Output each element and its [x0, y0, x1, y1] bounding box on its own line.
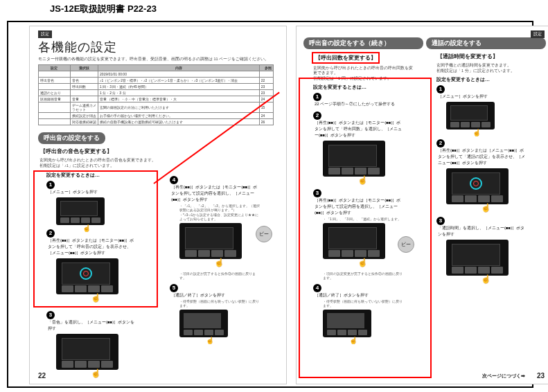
- subsection-bracket: 【呼出音の音色を変更する】: [38, 147, 114, 156]
- device-illustration: ☝: [446, 168, 509, 204]
- td: [39, 84, 71, 90]
- step-number-icon: 1: [436, 85, 445, 93]
- page-number: 23: [537, 372, 545, 380]
- note-text: ・「♪1」、「♪2」、「♪3」から選択します。（選択状態にある設定項目が鳴ります…: [179, 204, 260, 212]
- subsection-bracket: 【通話時間を変更する】: [435, 52, 500, 61]
- step-number-icon: 2: [313, 112, 321, 120]
- speaker-ring-icon: [470, 177, 482, 190]
- td: デーム連携カメラセット: [70, 103, 98, 113]
- step-text: 「音色」を選択し、［メニュー(■■)］ボタンを押す: [48, 319, 138, 332]
- step-number-icon: 4: [170, 176, 178, 184]
- step-number-icon: 1: [46, 181, 55, 189]
- td: お子様の手の届かない場所でご利用ください。: [98, 113, 260, 119]
- page-subheading: モニター付親機の各機能の設定を変更できます。呼出音量、受話音量、画面の明るさの調…: [38, 57, 278, 62]
- td: ♪1（ピンポン2音・標準）・♪2（ピンポーン1音・柔らか）・♪3（ピンポン3連打…: [98, 78, 260, 84]
- steps-title: 設定を変更するときは…: [313, 84, 413, 91]
- step-4: 4 ［再生(■■)］ボタンまたは［モニター(■■)］ボタンを押して設定内容を選択…: [170, 176, 269, 280]
- device-illustration: ☝: [323, 223, 385, 259]
- th: 内容: [98, 65, 260, 71]
- step-number-icon: 4: [313, 284, 321, 292]
- subsection-bracket-highlighted: 【呼出回数を変更する】: [312, 52, 380, 64]
- step-text: ［再生(■■)］ボタンまたは［モニター(■■)］ボタンを押して「呼出回数」を選択…: [315, 120, 405, 139]
- step-1: 1 ［メニュー］ボタンを押す ☝: [436, 85, 536, 130]
- device-illustration: ☝: [323, 141, 385, 177]
- td: 対応後接続確認: [70, 119, 98, 125]
- step-number-icon: 1: [313, 93, 321, 101]
- page-22: 設定 各機能の設定 モニター付親機の各機能の設定を変更できます。呼出音量、受話音…: [29, 26, 287, 384]
- td: [39, 103, 71, 113]
- desc-text: 初期設定は「1 分」に設定されています。: [436, 69, 536, 73]
- step-1: 1 ［メニュー］ボタンを押す ☝: [46, 181, 146, 225]
- td: 通話のとおり: [39, 90, 71, 96]
- page-spread-frame: 設定 各機能の設定 モニター付親機の各機能の設定を変更できます。呼出音量、受話音…: [7, 21, 533, 388]
- step-1: 1 22 ページ手順①～②にしたがって操作する: [313, 93, 413, 107]
- step-number-icon: 5: [170, 284, 178, 292]
- hand-pointer-icon: ☝: [481, 203, 491, 213]
- step-text: ［メニュー］ボタンを押す: [438, 93, 528, 100]
- col-left: 【呼出回数を変更する】 玄関先から呼び出されたときの呼出音の呼出回数を変更できま…: [303, 51, 423, 341]
- hand-pointer-icon: ☝: [357, 175, 368, 185]
- left-col: 設定を変更するときは… 1 ［メニュー］ボタンを押す ☝ 2 ［再生(■■)］ボ…: [37, 169, 156, 374]
- step-number-icon: 2: [436, 139, 445, 148]
- td: 26: [259, 119, 273, 125]
- right-col: 4 ［再生(■■)］ボタンまたは［モニター(■■)］ボタンを押して設定内容を選択…: [160, 169, 279, 374]
- steps-title: 設定を変更するときは…: [436, 76, 536, 83]
- step-number-icon: 2: [46, 229, 55, 238]
- td: 23: [259, 84, 273, 90]
- td: 呼出回数: [70, 84, 98, 90]
- td: [39, 71, 71, 78]
- note-text: ・「1 回」、「3 回」、「連続」から選択します。: [323, 217, 403, 221]
- document-title: JS-12E取扱説明書 P22-23: [50, 3, 157, 15]
- section-bar-chime-cont: 呼出音の設定をする（続き）: [303, 37, 423, 49]
- page-23: 設定 呼出音の設定をする（続き） 通話の設定をする 【呼出回数を変更する】 玄関…: [296, 26, 548, 384]
- device-illustration: ☝: [56, 197, 105, 225]
- step-number-icon: 3: [313, 189, 321, 197]
- hand-pointer-icon: ☝: [206, 337, 214, 344]
- step-text: 22 ページ手順①～②にしたがって操作する: [315, 101, 405, 107]
- sound-balloon-icon: ピー: [256, 226, 272, 242]
- note-text: ・項目の設定が完了すると操作③の画面に戻ります。: [179, 271, 260, 280]
- td: 音量: [70, 96, 98, 103]
- td: 22: [259, 78, 273, 84]
- note-text: ・*♪3-♪1から設定する場合、設定変更により★★によってお知らせします。: [179, 213, 260, 221]
- page-category-tab: 設定: [38, 30, 52, 38]
- page-number: 22: [38, 372, 46, 380]
- td: 1 回・3 回・連続（約45 秒間）: [98, 84, 260, 90]
- td: [39, 119, 71, 125]
- device-illustration: ☝: [446, 102, 495, 130]
- td: 音量 （標準）・小・中（音量注：標準音量）・大: [98, 96, 260, 103]
- hand-pointer-icon: ☝: [481, 274, 491, 284]
- td: 玄関の録画設定の方法にご利用いただけます: [98, 103, 260, 113]
- th: 設定: [39, 65, 71, 71]
- step-5: 5 ［通話／終了］ボタンを押す ・待受状態（画面に何も映っていない状態）に戻りま…: [170, 284, 269, 337]
- note-text: ・項目の設定変更が完了すると操作②の画面に戻ります。: [323, 271, 403, 280]
- td: 区画録画音量: [39, 96, 71, 103]
- hand-pointer-icon: ☝: [357, 258, 368, 267]
- note-text: ・待受状態（画面に何も映っていない状態）に戻ります。: [179, 299, 260, 308]
- device-illustration: ☝: [179, 223, 242, 259]
- td: 呼出音色: [39, 78, 71, 84]
- speaker-ring-icon: [80, 267, 92, 280]
- col-right: 【通話時間を変更する】 玄関子機との通話時間を変更できます。 初期設定は「1 分…: [427, 51, 546, 341]
- step-2: 2 ［再生(■■)］ボタンまたは［モニター(■■)］ボタンを押して「呼出音の設定…: [46, 229, 146, 294]
- note-text: ・待受状態（画面に何も映っていない状態）に戻ります。: [323, 299, 403, 308]
- th: 参照: [259, 65, 273, 71]
- settings-table: 設定 選択肢 内容 参照 2019/01/01 00:00 呼出音色音色♪1（ピ…: [38, 64, 274, 125]
- page-heading: 各機能の設定: [38, 39, 278, 55]
- step-3: 3 ［再生(■■)］ボタンまたは［モニター(■■)］ボタンを押して設定内容を選択…: [313, 189, 413, 280]
- step-3: 3 「通話時間」を選択し、［メニュー(■■)］ボタンを押す ☝: [436, 217, 536, 276]
- desc-text: 初期設定は「1 回」に設定されています。: [313, 76, 413, 81]
- td: 24: [259, 113, 273, 119]
- hand-pointer-icon: ☝: [91, 368, 101, 378]
- step-text: ［再生(■■)］ボタンまたは［モニター(■■)］ボタンを押して設定内容を選択し、…: [171, 184, 261, 203]
- desc-text: 玄関先から呼び出されたときの呼出音の呼出回数を変更できます。: [313, 66, 413, 75]
- step-text: ［再生(■■)］ボタンまたは［メニュー(■■)］ボタンを押して「通話の設定」を表…: [438, 148, 528, 166]
- step-number-icon: 3: [436, 217, 445, 225]
- step-text: ［通話／終了］ボタンを押す: [315, 292, 405, 299]
- td: 2019/01/01 00:00: [98, 71, 260, 78]
- desc-text: 玄関先から呼び出されたときの呼出音の音色を変更できます。: [39, 158, 276, 163]
- step-text: ［再生(■■)］ボタンまたは［モニター(■■)］ボタンを押して設定内容を選択し、…: [315, 197, 405, 216]
- th: 選択肢: [70, 65, 98, 71]
- steps-title: 設定を変更するときは…: [46, 172, 146, 179]
- sound-balloon-icon: ピー: [398, 236, 414, 253]
